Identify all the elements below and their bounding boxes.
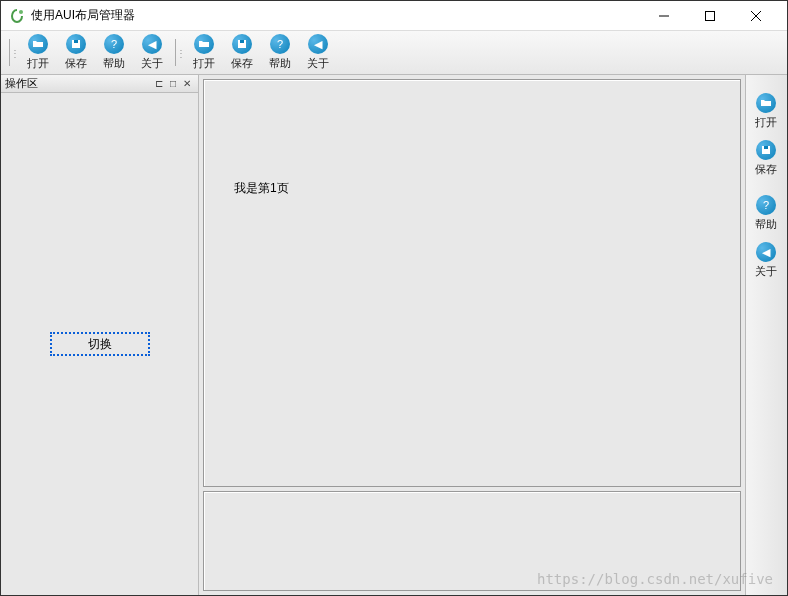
top-toolbar: 打开 保存 ? 帮助 ◀ 关于 打开 保存 ? 帮助 ◀ 关于: [1, 31, 787, 75]
toolbar-grip[interactable]: [175, 35, 181, 70]
folder-open-icon: [756, 93, 776, 113]
center-area: 我是第1页: [199, 75, 745, 595]
about-button[interactable]: ◀ 关于: [748, 238, 784, 283]
help-button[interactable]: ? 帮助: [95, 33, 133, 72]
toolbar-label: 帮助: [103, 56, 125, 71]
svg-rect-2: [706, 11, 715, 20]
save-button[interactable]: 保存: [748, 136, 784, 181]
body: 操作区 ⊏ □ ✕ 切换 我是第1页 打开 保存 ? 帮助: [1, 75, 787, 595]
toolbar-label: 保存: [231, 56, 253, 71]
toolbar-label: 关于: [755, 264, 777, 279]
folder-open-icon: [194, 34, 214, 54]
toolbar-grip[interactable]: [9, 35, 15, 70]
maximize-button[interactable]: [687, 1, 733, 31]
help-button[interactable]: ? 帮助: [261, 33, 299, 72]
toolbar-label: 保存: [65, 56, 87, 71]
svg-rect-6: [74, 40, 78, 43]
save-button[interactable]: 保存: [57, 33, 95, 72]
help-icon: ?: [270, 34, 290, 54]
save-icon: [756, 140, 776, 160]
content-pane-top: 我是第1页: [203, 79, 741, 487]
toolbar-label: 打开: [27, 56, 49, 71]
toolbar-group-1: 打开 保存 ? 帮助 ◀ 关于: [19, 33, 171, 72]
close-button[interactable]: [733, 1, 779, 31]
content-pane-bottom: [203, 491, 741, 591]
arrow-left-icon: ◀: [308, 34, 328, 54]
pane-title: 操作区: [5, 76, 152, 91]
left-panel: 操作区 ⊏ □ ✕ 切换: [1, 75, 199, 595]
pane-header: 操作区 ⊏ □ ✕: [1, 75, 198, 93]
help-icon: ?: [756, 195, 776, 215]
close-pane-button[interactable]: ✕: [180, 77, 194, 91]
window-controls: [641, 1, 779, 31]
page-text: 我是第1页: [234, 181, 289, 195]
save-icon: [232, 34, 252, 54]
open-button[interactable]: 打开: [185, 33, 223, 72]
svg-rect-10: [764, 146, 768, 149]
app-icon: [9, 8, 25, 24]
save-icon: [66, 34, 86, 54]
pin-button[interactable]: ⊏: [152, 77, 166, 91]
toolbar-label: 帮助: [269, 56, 291, 71]
toolbar-label: 关于: [307, 56, 329, 71]
arrow-left-icon: ◀: [756, 242, 776, 262]
right-toolbar: 打开 保存 ? 帮助 ◀ 关于: [745, 75, 787, 595]
arrow-left-icon: ◀: [142, 34, 162, 54]
folder-open-icon: [28, 34, 48, 54]
toolbar-group-2: 打开 保存 ? 帮助 ◀ 关于: [185, 33, 337, 72]
titlebar: 使用AUI布局管理器: [1, 1, 787, 31]
open-button[interactable]: 打开: [19, 33, 57, 72]
left-panel-body: 切换: [1, 93, 198, 595]
svg-rect-8: [240, 40, 244, 43]
save-button[interactable]: 保存: [223, 33, 261, 72]
maximize-pane-button[interactable]: □: [166, 77, 180, 91]
toolbar-label: 打开: [755, 115, 777, 130]
toolbar-label: 关于: [141, 56, 163, 71]
toolbar-label: 打开: [193, 56, 215, 71]
switch-button[interactable]: 切换: [50, 332, 150, 356]
toolbar-label: 保存: [755, 162, 777, 177]
about-button[interactable]: ◀ 关于: [133, 33, 171, 72]
help-icon: ?: [104, 34, 124, 54]
minimize-button[interactable]: [641, 1, 687, 31]
about-button[interactable]: ◀ 关于: [299, 33, 337, 72]
svg-point-0: [19, 10, 23, 14]
window-title: 使用AUI布局管理器: [31, 7, 641, 24]
switch-button-label: 切换: [88, 336, 112, 353]
help-button[interactable]: ? 帮助: [748, 191, 784, 236]
open-button[interactable]: 打开: [748, 89, 784, 134]
toolbar-label: 帮助: [755, 217, 777, 232]
